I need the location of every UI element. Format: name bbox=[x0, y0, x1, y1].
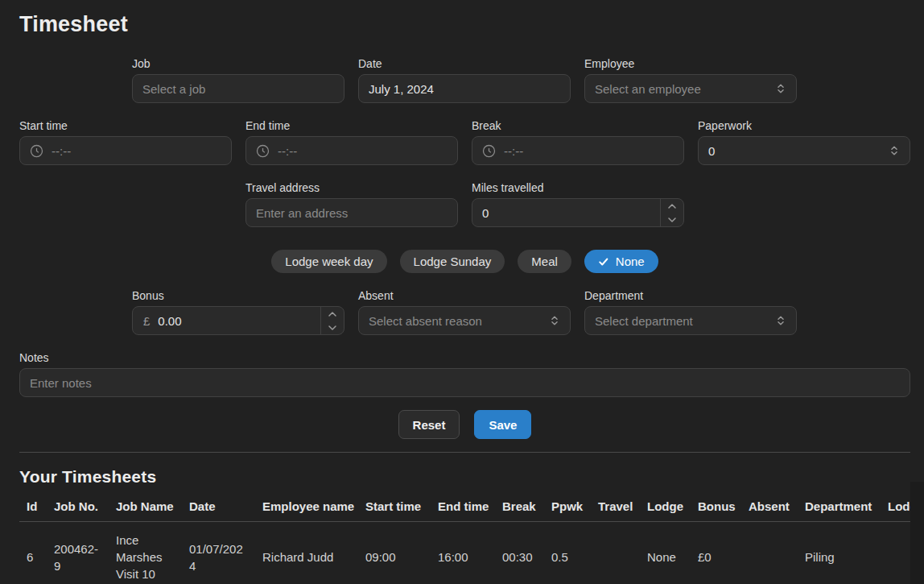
chevron-down-icon bbox=[328, 325, 337, 331]
none-pill[interactable]: None bbox=[584, 250, 658, 273]
check-icon bbox=[598, 256, 609, 267]
miles-stepper-controls bbox=[660, 199, 683, 226]
end-time-input[interactable]: --:-- bbox=[245, 136, 458, 165]
job-field-group: Job bbox=[132, 58, 344, 103]
end-time-placeholder: --:-- bbox=[278, 144, 297, 158]
form-row-2: Start time --:-- End time --:-- Break bbox=[19, 120, 910, 165]
bonus-stepper: £ bbox=[132, 306, 344, 335]
notes-label: Notes bbox=[19, 352, 910, 363]
meal-pill[interactable]: Meal bbox=[518, 250, 571, 273]
column-header-job-no-: Job No. bbox=[54, 493, 116, 522]
chevron-updown-icon bbox=[889, 145, 900, 156]
column-header-lodge: Lodge bbox=[888, 493, 910, 522]
lodge-sunday-pill[interactable]: Lodge Sunday bbox=[400, 250, 505, 273]
paperwork-label: Paperwork bbox=[698, 120, 910, 131]
chevron-updown-icon bbox=[775, 83, 786, 94]
stepper-up-button[interactable] bbox=[321, 307, 344, 321]
miles-travelled-label: Miles travelled bbox=[472, 182, 684, 193]
miles-travelled-input[interactable] bbox=[472, 199, 660, 226]
start-time-field-group: Start time --:-- bbox=[19, 120, 232, 165]
paperwork-select[interactable]: 0 bbox=[698, 136, 910, 165]
bonus-label: Bonus bbox=[132, 290, 344, 301]
bonus-input[interactable] bbox=[150, 307, 320, 334]
table-header-row: IdJob No.Job NameDateEmployee nameStart … bbox=[19, 493, 910, 522]
date-label: Date bbox=[358, 58, 571, 69]
clock-icon bbox=[30, 144, 43, 158]
form-row-1: Job Date Employee Select an employee bbox=[132, 58, 910, 103]
chevron-up-icon bbox=[328, 311, 337, 317]
column-header-date: Date bbox=[189, 493, 262, 522]
travel-address-field-group: Travel address bbox=[245, 182, 458, 227]
end-time-field-group: End time --:-- bbox=[245, 120, 458, 165]
column-header-id: Id bbox=[19, 493, 54, 522]
break-placeholder: --:-- bbox=[504, 144, 523, 158]
paperwork-field-group: Paperwork 0 bbox=[698, 120, 910, 165]
table-cell bbox=[749, 522, 805, 584]
pill-label: Lodge week day bbox=[285, 255, 373, 268]
department-select[interactable]: Select department bbox=[584, 306, 797, 335]
absent-select[interactable]: Select absent reason bbox=[358, 306, 571, 335]
job-input[interactable] bbox=[132, 74, 344, 103]
pill-label: None bbox=[616, 255, 645, 268]
column-header-department: Department bbox=[805, 493, 888, 522]
stepper-down-button[interactable] bbox=[321, 321, 344, 334]
job-label: Job bbox=[132, 58, 344, 69]
column-header-absent: Absent bbox=[749, 493, 805, 522]
column-header-start-time: Start time bbox=[365, 493, 438, 522]
bonus-field-group: Bonus £ bbox=[132, 290, 344, 335]
section-divider bbox=[19, 452, 910, 453]
table-cell bbox=[598, 522, 647, 584]
chevron-down-icon bbox=[667, 217, 677, 223]
table-scrollbar-track[interactable] bbox=[910, 482, 924, 584]
table-cell: 0.5 bbox=[551, 522, 598, 584]
break-field-group: Break --:-- bbox=[472, 120, 684, 165]
form-row-3: Travel address Miles travelled bbox=[245, 182, 910, 227]
employee-label: Employee bbox=[584, 58, 797, 69]
employee-select[interactable]: Select an employee bbox=[584, 74, 797, 103]
table-cell: 09:00 bbox=[365, 522, 438, 584]
timesheets-section-title: Your Timesheets bbox=[19, 467, 910, 487]
start-time-input[interactable]: --:-- bbox=[19, 136, 232, 165]
table-row[interactable]: 6200462-9Ince Marshes Visit 1001/07/2024… bbox=[19, 522, 910, 584]
table-cell: 200462-9 bbox=[54, 522, 116, 584]
absent-select-placeholder: Select absent reason bbox=[369, 314, 482, 328]
column-header-bonus: Bonus bbox=[698, 493, 749, 522]
column-header-ppwk: Ppwk bbox=[551, 493, 598, 522]
save-button[interactable]: Save bbox=[474, 410, 531, 439]
notes-input[interactable] bbox=[19, 368, 910, 397]
chevron-up-icon bbox=[667, 203, 677, 209]
lodge-week-day-pill[interactable]: Lodge week day bbox=[271, 250, 386, 273]
department-field-group: Department Select department bbox=[584, 290, 797, 335]
table-cell: 00:30 bbox=[502, 522, 551, 584]
column-header-travel: Travel bbox=[598, 493, 647, 522]
department-select-placeholder: Select department bbox=[595, 314, 693, 328]
start-time-placeholder: --:-- bbox=[52, 144, 71, 158]
break-input[interactable]: --:-- bbox=[472, 136, 684, 165]
start-time-label: Start time bbox=[19, 120, 232, 131]
end-time-label: End time bbox=[245, 120, 458, 131]
department-label: Department bbox=[584, 290, 797, 301]
lodge-options-row: Lodge week day Lodge Sunday Meal None bbox=[19, 250, 910, 273]
travel-address-input[interactable] bbox=[245, 198, 458, 227]
miles-travelled-field-group: Miles travelled bbox=[472, 182, 684, 227]
stepper-down-button[interactable] bbox=[661, 213, 683, 226]
date-input[interactable] bbox=[358, 74, 571, 103]
break-label: Break bbox=[472, 120, 684, 131]
pill-label: Meal bbox=[531, 255, 558, 268]
stepper-up-button[interactable] bbox=[661, 199, 683, 213]
timesheet-page: Timesheet Job Date Employee Select an em… bbox=[0, 13, 924, 584]
reset-button[interactable]: Reset bbox=[398, 410, 460, 439]
table-cell: Piling bbox=[805, 522, 888, 584]
miles-travelled-stepper bbox=[472, 198, 684, 227]
column-header-job-name: Job Name bbox=[116, 493, 189, 522]
table-cell: 16:00 bbox=[438, 522, 502, 584]
column-header-break: Break bbox=[502, 493, 551, 522]
table-cell: £0 bbox=[698, 522, 749, 584]
table-cell: None bbox=[647, 522, 698, 584]
timesheets-table-wrap: IdJob No.Job NameDateEmployee nameStart … bbox=[19, 493, 910, 584]
table-cell: 6 bbox=[19, 522, 54, 584]
chevron-updown-icon bbox=[775, 315, 786, 326]
column-header-end-time: End time bbox=[438, 493, 502, 522]
paperwork-select-value: 0 bbox=[708, 144, 715, 158]
form-row-5: Bonus £ A bbox=[132, 290, 910, 335]
